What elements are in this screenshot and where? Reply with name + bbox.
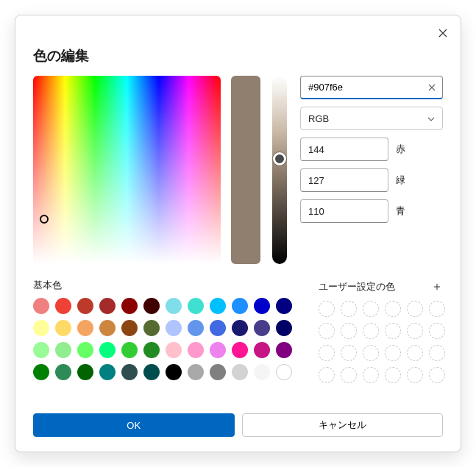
basic-swatch[interactable] xyxy=(254,364,270,380)
user-swatch-empty[interactable] xyxy=(429,323,445,339)
user-swatch-empty[interactable] xyxy=(407,345,423,361)
red-input[interactable]: 144 xyxy=(300,138,388,161)
user-swatch-empty[interactable] xyxy=(407,301,423,317)
user-swatch-empty[interactable] xyxy=(407,323,423,339)
blue-input[interactable]: 110 xyxy=(300,199,388,223)
dialog-title: 色の編集 xyxy=(33,46,443,65)
basic-swatch[interactable] xyxy=(77,320,93,336)
basic-swatch[interactable] xyxy=(55,298,71,314)
user-swatch-empty[interactable] xyxy=(341,345,357,361)
user-swatch-empty[interactable] xyxy=(319,323,335,339)
basic-swatch[interactable] xyxy=(166,320,182,336)
basic-swatch[interactable] xyxy=(166,298,182,314)
user-swatch-empty[interactable] xyxy=(363,323,379,339)
basic-swatch[interactable] xyxy=(232,298,248,314)
close-icon xyxy=(438,29,447,38)
basic-swatch[interactable] xyxy=(210,364,226,380)
user-swatch-empty[interactable] xyxy=(429,367,445,383)
basic-swatch[interactable] xyxy=(232,364,248,380)
hex-clear-button[interactable] xyxy=(422,76,441,99)
user-swatch-empty[interactable] xyxy=(429,345,445,361)
user-swatch-empty[interactable] xyxy=(385,323,401,339)
user-swatch-empty[interactable] xyxy=(363,367,379,383)
user-colors-label: ユーザー設定の色 xyxy=(319,280,395,293)
basic-swatch[interactable] xyxy=(254,298,270,314)
user-swatch-empty[interactable] xyxy=(363,301,379,317)
basic-swatch[interactable] xyxy=(276,320,292,336)
green-label: 緑 xyxy=(396,174,405,187)
basic-swatch[interactable] xyxy=(55,320,71,336)
basic-swatch[interactable] xyxy=(33,364,49,380)
basic-swatch[interactable] xyxy=(188,342,204,358)
basic-swatch[interactable] xyxy=(276,298,292,314)
basic-swatch[interactable] xyxy=(77,342,93,358)
user-swatch-empty[interactable] xyxy=(319,301,335,317)
hex-input[interactable] xyxy=(300,76,443,99)
basic-swatch[interactable] xyxy=(77,364,93,380)
basic-swatch[interactable] xyxy=(33,342,49,358)
basic-swatch[interactable] xyxy=(99,364,116,380)
value-slider[interactable] xyxy=(272,76,287,264)
user-swatch-empty[interactable] xyxy=(341,301,357,317)
basic-swatch[interactable] xyxy=(99,298,116,314)
basic-swatch[interactable] xyxy=(254,342,270,358)
basic-swatch[interactable] xyxy=(210,298,226,314)
basic-swatch[interactable] xyxy=(77,298,93,314)
red-label: 赤 xyxy=(396,143,405,156)
color-mode-select[interactable]: RGB xyxy=(300,107,443,130)
basic-swatch[interactable] xyxy=(143,364,160,380)
basic-swatch[interactable] xyxy=(121,342,138,358)
basic-swatch[interactable] xyxy=(276,342,292,358)
basic-swatch[interactable] xyxy=(143,320,160,336)
basic-swatch[interactable] xyxy=(166,364,182,380)
basic-colors-label: 基本色 xyxy=(33,279,62,292)
user-swatch-empty[interactable] xyxy=(341,323,357,339)
user-swatch-empty[interactable] xyxy=(385,345,401,361)
plus-icon xyxy=(433,282,441,291)
basic-swatch[interactable] xyxy=(276,364,292,380)
basic-swatch-grid xyxy=(33,298,292,380)
color-spectrum[interactable] xyxy=(33,76,221,264)
value-slider-thumb[interactable] xyxy=(273,152,286,165)
user-swatch-empty[interactable] xyxy=(385,301,401,317)
basic-swatch[interactable] xyxy=(55,364,71,380)
basic-swatch[interactable] xyxy=(143,298,160,314)
basic-swatch[interactable] xyxy=(55,342,71,358)
basic-swatch[interactable] xyxy=(166,342,182,358)
user-swatch-empty[interactable] xyxy=(319,367,335,383)
close-button[interactable] xyxy=(431,21,455,45)
user-swatch-grid xyxy=(319,301,445,383)
user-swatch-empty[interactable] xyxy=(363,345,379,361)
close-icon xyxy=(428,84,436,91)
user-swatch-empty[interactable] xyxy=(319,345,335,361)
basic-swatch[interactable] xyxy=(121,298,138,314)
basic-swatch[interactable] xyxy=(121,320,138,336)
green-input[interactable]: 127 xyxy=(300,168,388,192)
add-user-color-button[interactable] xyxy=(429,279,445,295)
basic-swatch[interactable] xyxy=(33,320,49,336)
basic-swatch[interactable] xyxy=(143,342,160,358)
cancel-button[interactable]: キャンセル xyxy=(242,413,444,437)
color-mode-value: RGB xyxy=(308,113,329,124)
basic-swatch[interactable] xyxy=(188,298,204,314)
user-swatch-empty[interactable] xyxy=(385,367,401,383)
basic-swatch[interactable] xyxy=(188,364,204,380)
basic-swatch[interactable] xyxy=(121,364,138,380)
basic-swatch[interactable] xyxy=(99,342,116,358)
chevron-down-icon xyxy=(427,115,435,123)
basic-swatch[interactable] xyxy=(210,320,226,336)
basic-swatch[interactable] xyxy=(33,298,49,314)
basic-swatch[interactable] xyxy=(232,320,248,336)
basic-swatch[interactable] xyxy=(232,342,248,358)
user-swatch-empty[interactable] xyxy=(341,367,357,383)
ok-button[interactable]: OK xyxy=(33,413,235,437)
user-swatch-empty[interactable] xyxy=(407,367,423,383)
color-edit-dialog: 色の編集 RGB xyxy=(15,15,461,452)
basic-swatch[interactable] xyxy=(188,320,204,336)
blue-label: 青 xyxy=(396,204,405,218)
basic-swatch[interactable] xyxy=(210,342,226,358)
spectrum-cursor[interactable] xyxy=(40,215,49,224)
user-swatch-empty[interactable] xyxy=(429,301,445,317)
basic-swatch[interactable] xyxy=(254,320,270,336)
basic-swatch[interactable] xyxy=(99,320,116,336)
